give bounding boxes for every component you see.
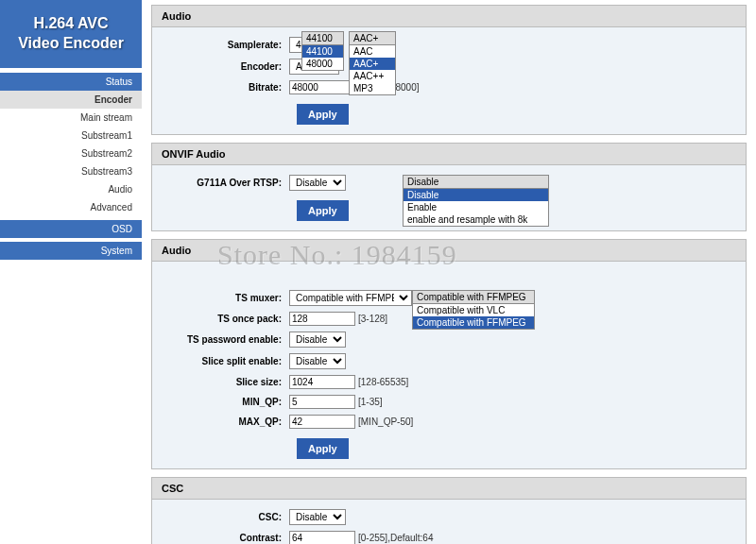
onvif-section: ONVIF Audio G711A Over RTSP: Disable Dis… bbox=[151, 143, 747, 231]
samplerate-dropdown-open[interactable]: 44100 44100 48000 bbox=[301, 31, 344, 71]
onvif-title: ONVIF Audio bbox=[152, 144, 746, 165]
maxqp-input[interactable] bbox=[289, 415, 355, 429]
audio1-apply-button[interactable]: Apply bbox=[297, 104, 349, 125]
bitrate-label: Bitrate: bbox=[166, 82, 289, 93]
tsonce-input[interactable] bbox=[289, 312, 355, 326]
tsmuxer-select[interactable]: Compatible with FFMPEG bbox=[289, 290, 412, 306]
nav-substream1[interactable]: Substream1 bbox=[0, 127, 142, 144]
nav-substream3[interactable]: Substream3 bbox=[0, 162, 142, 180]
main-content: Audio Samplerate: 44100 44100 44100 4800… bbox=[142, 0, 756, 544]
audio1-title: Audio bbox=[152, 6, 746, 27]
maxqp-hint: [MIN_QP-50] bbox=[358, 416, 413, 427]
logo-line2: Video Encoder bbox=[8, 34, 134, 54]
samplerate-label: Samplerate: bbox=[166, 40, 289, 50]
tspass-select[interactable]: Disable bbox=[289, 332, 346, 348]
nav-mainstream[interactable]: Main stream bbox=[0, 109, 142, 127]
tsmuxer-opt-1[interactable]: Compatible with VLC bbox=[413, 304, 534, 316]
logo-line1: H.264 AVC bbox=[8, 14, 134, 34]
g711a-opt-2[interactable]: Enable bbox=[404, 201, 548, 213]
tsonce-hint: [3-128] bbox=[358, 314, 387, 324]
encoder-opt-4[interactable]: MP3 bbox=[350, 82, 395, 94]
encoder-opt-2[interactable]: AAC+ bbox=[350, 58, 395, 70]
csc-section: CSC CSC: Disable Contrast: [0-255],Defau… bbox=[151, 477, 747, 544]
tsmuxer-dropdown-open[interactable]: Compatible with FFMPEG Compatible with V… bbox=[412, 290, 535, 330]
nav-audio[interactable]: Audio bbox=[0, 180, 142, 198]
maxqp-label: MAX_QP: bbox=[166, 416, 289, 427]
tsmuxer-opt-header[interactable]: Compatible with FFMPEG bbox=[413, 291, 534, 304]
minqp-input[interactable] bbox=[289, 395, 355, 409]
minqp-hint: [1-35] bbox=[358, 397, 383, 407]
g711a-select[interactable]: Disable bbox=[289, 175, 346, 191]
onvif-apply-button[interactable]: Apply bbox=[297, 200, 349, 221]
slicesplit-label: Slice split enable: bbox=[166, 356, 289, 366]
g711a-label: G711A Over RTSP: bbox=[166, 178, 289, 188]
contrast-hint: [0-255],Default:64 bbox=[358, 533, 434, 543]
encoder-dropdown-open[interactable]: AAC+ AAC AAC+ AAC++ MP3 bbox=[349, 31, 396, 95]
minqp-label: MIN_QP: bbox=[166, 397, 289, 407]
encoder-opt-1[interactable]: AAC bbox=[350, 45, 395, 58]
nav-status[interactable]: Status bbox=[0, 73, 142, 91]
nav-substream2[interactable]: Substream2 bbox=[0, 144, 142, 162]
samplerate-opt-header[interactable]: 44100 bbox=[302, 32, 343, 45]
g711a-opt-header[interactable]: Disable bbox=[404, 176, 548, 189]
nav-system[interactable]: System bbox=[0, 242, 142, 260]
audio-section-1: Audio Samplerate: 44100 44100 44100 4800… bbox=[151, 5, 747, 135]
nav-encoder[interactable]: Encoder bbox=[0, 91, 142, 109]
samplerate-opt-2[interactable]: 48000 bbox=[302, 58, 343, 70]
nav: Status Encoder Main stream Substream1 Su… bbox=[0, 73, 142, 260]
tspass-label: TS password enable: bbox=[166, 334, 289, 345]
g711a-dropdown-open[interactable]: Disable Disable Enable enable and resamp… bbox=[403, 175, 549, 227]
audio2-apply-button[interactable]: Apply bbox=[297, 438, 349, 459]
audio-section-2: Audio TS muxer: Compatible with FFMPEG C… bbox=[151, 239, 747, 469]
csc-select[interactable]: Disable bbox=[289, 509, 346, 525]
g711a-opt-1[interactable]: Disable bbox=[404, 189, 548, 201]
encoder-opt-header[interactable]: AAC+ bbox=[350, 32, 395, 45]
g711a-opt-3[interactable]: enable and resample with 8k bbox=[404, 213, 548, 226]
audio2-title: Audio bbox=[152, 240, 746, 262]
logo: H.264 AVC Video Encoder bbox=[0, 0, 142, 68]
slicesplit-select[interactable]: Disable bbox=[289, 353, 346, 369]
slicesize-input[interactable] bbox=[289, 375, 355, 389]
csc-label: CSC: bbox=[166, 512, 289, 522]
tsmuxer-opt-2[interactable]: Compatible with FFMPEG bbox=[413, 316, 534, 329]
bitrate-input[interactable] bbox=[289, 80, 355, 94]
csc-title: CSC bbox=[152, 478, 746, 500]
encoder-label: Encoder: bbox=[166, 61, 289, 72]
slicesize-label: Slice size: bbox=[166, 377, 289, 387]
samplerate-opt-1[interactable]: 44100 bbox=[302, 45, 343, 58]
sidebar: H.264 AVC Video Encoder Status Encoder M… bbox=[0, 0, 142, 544]
contrast-input[interactable] bbox=[289, 531, 355, 544]
nav-osd[interactable]: OSD bbox=[0, 220, 142, 238]
contrast-label: Contrast: bbox=[166, 533, 289, 543]
encoder-opt-3[interactable]: AAC++ bbox=[350, 70, 395, 82]
tsmuxer-label: TS muxer: bbox=[166, 293, 289, 303]
nav-advanced[interactable]: Advanced bbox=[0, 198, 142, 216]
slicesize-hint: [128-65535] bbox=[358, 377, 408, 387]
tsonce-label: TS once pack: bbox=[166, 314, 289, 324]
